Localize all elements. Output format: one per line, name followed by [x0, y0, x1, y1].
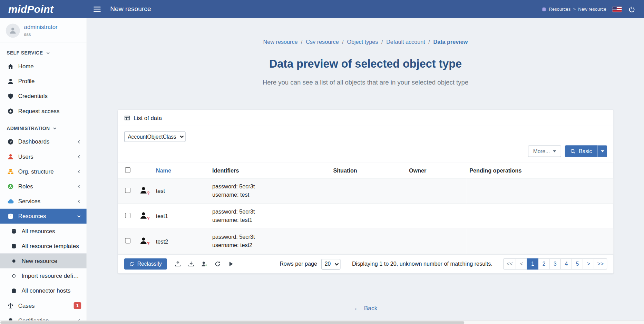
- search-icon: [570, 148, 576, 154]
- logout-button[interactable]: [628, 5, 636, 13]
- section-administration[interactable]: ADMINISTRATION: [0, 118, 87, 134]
- cell-pending-operations: [466, 229, 613, 254]
- menu-toggle-button[interactable]: [94, 5, 102, 13]
- account-icon: ?: [139, 211, 148, 220]
- sidebar-item-users[interactable]: Users: [0, 149, 87, 164]
- sidebar-item-all-connector-hosts[interactable]: All connector hosts: [0, 283, 87, 298]
- scrollbar-thumb[interactable]: [0, 321, 464, 324]
- chevron-left-icon: [77, 139, 81, 144]
- cell-name: test: [153, 178, 209, 204]
- back-link[interactable]: ← Back: [354, 305, 378, 311]
- breadcrumb-step-csv-resource[interactable]: Csv resource: [306, 39, 339, 45]
- basic-search-button[interactable]: Basic: [565, 145, 597, 157]
- column-header-pending-operations[interactable]: Pending operations: [466, 163, 613, 178]
- data-table: Name Identifiers Situation Owner Pending…: [118, 163, 613, 254]
- rows-per-page-select[interactable]: 20: [321, 258, 340, 269]
- topbar-breadcrumb-resources[interactable]: Resources: [549, 7, 570, 11]
- topbar-breadcrumb-new-resource[interactable]: New resource: [578, 7, 606, 11]
- last-page-button[interactable]: >>: [594, 258, 607, 269]
- certification-icon: [7, 317, 14, 320]
- reclassify-button[interactable]: Reclassify: [124, 258, 167, 269]
- sidebar-item-new-resource[interactable]: New resource: [0, 253, 87, 268]
- sidebar-item-all-resources[interactable]: All resources: [0, 224, 87, 238]
- row-checkbox[interactable]: [125, 238, 130, 244]
- wizard-breadcrumb: New resource/Csv resource/Object types/D…: [87, 39, 644, 45]
- cases-count-badge: 1: [74, 302, 81, 309]
- chevron-left-icon: [77, 154, 81, 159]
- download-icon: [188, 261, 194, 267]
- brand-logo[interactable]: midPoint: [0, 3, 87, 15]
- column-header-identifiers[interactable]: Identifiers: [209, 163, 330, 178]
- download-button[interactable]: [187, 260, 195, 268]
- sidebar-item-cases[interactable]: Cases 1: [0, 298, 87, 313]
- page-button-2[interactable]: 2: [538, 258, 550, 269]
- sidebar-item-label: Resources: [18, 213, 46, 219]
- rotate-icon: [129, 262, 134, 266]
- sidebar-item-resources[interactable]: Resources: [0, 209, 87, 224]
- pagination: << < 1 2 3 4 5 > >>: [503, 258, 607, 269]
- row-checkbox[interactable]: [125, 188, 130, 193]
- sidebar-item-org-structure[interactable]: Org. structure: [0, 164, 87, 179]
- breadcrumb-step-new-resource[interactable]: New resource: [263, 39, 298, 45]
- more-search-options-button[interactable]: More...: [528, 145, 561, 157]
- horizontal-scrollbar[interactable]: [0, 320, 644, 324]
- sidebar-item-label: Home: [18, 63, 34, 69]
- breadcrumb-step-default-account[interactable]: Default account: [386, 39, 425, 45]
- refresh-icon: [214, 261, 221, 267]
- breadcrumb-step-data-preview[interactable]: Data preview: [433, 39, 468, 45]
- add-user-button[interactable]: [201, 260, 208, 268]
- sidebar-item-certification[interactable]: Certification: [0, 313, 87, 320]
- search-mode-dropdown-button[interactable]: [597, 145, 607, 157]
- refresh-button[interactable]: [214, 260, 222, 268]
- sidebar-item-request-access[interactable]: Request access: [0, 104, 87, 118]
- sidebar-item-all-resource-templates[interactable]: All resource templates: [0, 238, 87, 253]
- card-footer: Reclassify Rows per page 20 Displaying 1…: [118, 254, 613, 273]
- sidebar-item-import-resource-definition[interactable]: Import resource definit...: [0, 268, 87, 283]
- column-header-name[interactable]: Name: [153, 163, 209, 178]
- chevron-left-icon: [77, 199, 81, 204]
- select-all-checkbox[interactable]: [125, 167, 130, 173]
- sidebar-item-label: Users: [18, 153, 33, 160]
- sidebar-item-home[interactable]: Home: [0, 59, 87, 73]
- cell-owner: [406, 204, 466, 229]
- dot-icon: [10, 258, 18, 264]
- account-icon: ?: [139, 186, 148, 195]
- breadcrumb-separator: >: [573, 7, 576, 11]
- next-page-button[interactable]: >: [583, 258, 595, 269]
- play-button[interactable]: [227, 260, 235, 268]
- sidebar-item-profile[interactable]: Profile: [0, 74, 87, 89]
- section-self-service[interactable]: SELF SERVICE: [0, 43, 87, 59]
- card-header: List of data: [118, 110, 613, 126]
- page-button-5[interactable]: 5: [572, 258, 583, 269]
- app-root: midPoint New resource Resources > New re…: [0, 0, 644, 324]
- sidebar-item-dashboards[interactable]: Dashboards: [0, 134, 87, 149]
- object-class-select[interactable]: AccountObjectClass: [124, 131, 185, 142]
- first-page-button[interactable]: <<: [503, 258, 516, 269]
- table-icon: [124, 115, 130, 121]
- cloud-icon: [7, 198, 14, 204]
- sidebar-item-label: All connector hosts: [21, 287, 70, 294]
- column-header-situation[interactable]: Situation: [330, 163, 406, 178]
- pagination-area: Rows per page 20 Displaying 1 to 20, unk…: [280, 258, 607, 269]
- sidebar-item-services[interactable]: Services: [0, 194, 87, 209]
- sidebar-item-label: Org. structure: [18, 168, 54, 175]
- topbar: midPoint New resource Resources > New re…: [0, 0, 644, 18]
- breadcrumb-step-object-types[interactable]: Object types: [347, 39, 378, 45]
- user-name-link[interactable]: administrator: [24, 23, 58, 30]
- user-panel: administrator sss: [0, 18, 87, 43]
- sidebar-item-credentials[interactable]: Credentials: [0, 89, 87, 104]
- sidebar-item-roles[interactable]: Roles: [0, 179, 87, 194]
- page-button-4[interactable]: 4: [560, 258, 572, 269]
- sidebar-item-label: All resource templates: [21, 243, 79, 249]
- page-button-1[interactable]: 1: [527, 258, 539, 269]
- upload-button[interactable]: [174, 260, 182, 268]
- prev-page-button[interactable]: <: [516, 258, 527, 269]
- page-button-3[interactable]: 3: [549, 258, 561, 269]
- paging-summary: Displaying 1 to 20, unknown number of ma…: [352, 261, 492, 267]
- column-header-owner[interactable]: Owner: [406, 163, 466, 178]
- sidebar-item-label: New resource: [21, 257, 57, 264]
- more-button-label: More...: [533, 148, 550, 154]
- locale-flag-us-icon[interactable]: [613, 7, 622, 12]
- sidebar-item-label: Credentials: [18, 93, 48, 99]
- row-checkbox[interactable]: [125, 213, 130, 218]
